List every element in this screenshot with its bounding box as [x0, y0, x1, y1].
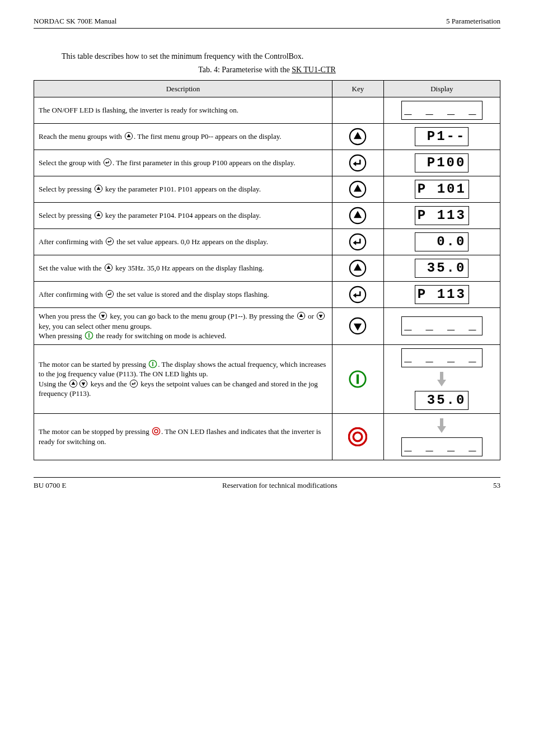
- enter-icon: [103, 158, 112, 167]
- lcd-display: P1--: [415, 127, 469, 146]
- table-row: The motor can be stopped by pressing . T…: [34, 413, 500, 460]
- down-icon: [348, 316, 367, 335]
- down-icon: [79, 379, 88, 388]
- description-cell: The motor can be started by pressing . T…: [34, 344, 332, 413]
- lcd-display: _ _ _ _: [401, 348, 482, 367]
- stop-icon: [348, 427, 367, 446]
- power-icon: [85, 331, 93, 340]
- table-row: The motor can be started by pressing . T…: [34, 344, 500, 413]
- lcd-display: 35.0: [415, 391, 469, 410]
- power-icon: [348, 370, 367, 389]
- th-display: Display: [383, 80, 500, 97]
- footer-rule: [34, 477, 500, 478]
- key-cell: [332, 282, 384, 308]
- key-cell: [332, 150, 384, 176]
- lcd-display: _ _ _ _: [401, 316, 482, 335]
- display-cell: _ _ _ _: [383, 308, 500, 345]
- description-cell: When you press the key, you can go back …: [34, 308, 332, 345]
- display-cell: P 113: [383, 282, 500, 308]
- stop-icon: [152, 427, 161, 436]
- description-cell: The motor can be stopped by pressing . T…: [34, 413, 332, 460]
- description-cell: Reach the menu groups with . The first m…: [34, 124, 332, 150]
- display-cell: _ _ _ _35.0: [383, 344, 500, 413]
- lcd-display: P 113: [415, 206, 469, 225]
- display-cell: P 101: [383, 176, 500, 203]
- key-cell: [332, 308, 384, 345]
- up-icon: [124, 132, 133, 141]
- table-row: When you press the key, you can go back …: [34, 308, 500, 345]
- enter-icon: [105, 237, 114, 246]
- th-key: Key: [332, 80, 384, 97]
- th-description: Description: [34, 80, 332, 97]
- key-cell: [332, 344, 384, 413]
- enter-icon: [105, 290, 114, 298]
- up-icon: [104, 263, 113, 272]
- lcd-display: _ _ _ _: [401, 437, 482, 456]
- table-row: Select by pressing key the parameter P10…: [34, 176, 500, 203]
- pre-caption: This table describes how to set the mini…: [62, 51, 472, 62]
- description-cell: Select by pressing key the parameter P10…: [34, 176, 332, 203]
- up-icon: [348, 259, 367, 278]
- up-icon: [94, 184, 103, 193]
- display-cell: _ _ _ _: [383, 413, 500, 460]
- lcd-display: _ _ _ _: [401, 101, 482, 120]
- display-cell: 35.0: [383, 255, 500, 282]
- procedure-table: Description Key Display The ON/OFF LED i…: [34, 80, 500, 460]
- key-cell: [332, 97, 384, 124]
- table-row: The ON/OFF LED is flashing, the inverter…: [34, 97, 500, 124]
- footer-right: 53: [493, 481, 500, 490]
- enter-icon: [348, 285, 367, 304]
- table-caption: Tab. 4: Parameterise with the SK TU1-CTR: [34, 66, 500, 74]
- footer-center: Reservation for technical modifications: [222, 481, 337, 490]
- up-icon: [94, 211, 103, 220]
- enter-icon: [348, 232, 367, 251]
- description-cell: After confirming with the set value is s…: [34, 282, 332, 308]
- lcd-display: P 101: [415, 180, 469, 199]
- lcd-display: 35.0: [415, 259, 469, 278]
- up-icon: [297, 311, 306, 320]
- enter-icon: [348, 153, 367, 172]
- display-cell: 0.0: [383, 229, 500, 255]
- arrow-down-icon: [435, 371, 448, 388]
- key-cell: [332, 255, 384, 282]
- down-icon: [99, 311, 107, 320]
- table-row: Reach the menu groups with . The first m…: [34, 124, 500, 150]
- caption-prefix: Tab. 4: Parameterise with the: [198, 66, 292, 74]
- header-right-line1: 5 Parameterisation: [446, 17, 500, 26]
- description-cell: The ON/OFF LED is flashing, the inverter…: [34, 97, 332, 124]
- table-row: Select the group with . The first parame…: [34, 150, 500, 176]
- key-cell: [332, 203, 384, 229]
- down-icon: [316, 311, 325, 320]
- lcd-display: P 113: [415, 285, 469, 304]
- lcd-display: 0.0: [415, 232, 469, 251]
- description-cell: Select the group with . The first parame…: [34, 150, 332, 176]
- table-row: Set the value with the key 35Hz. 35,0 Hz…: [34, 255, 500, 282]
- table-row: After confirming with the set value is s…: [34, 282, 500, 308]
- lcd-display: P100: [415, 153, 469, 172]
- key-cell: [332, 124, 384, 150]
- display-cell: P 113: [383, 203, 500, 229]
- up-icon: [348, 206, 367, 225]
- table-row: Select by pressing key the parameter P10…: [34, 203, 500, 229]
- display-cell: P1--: [383, 124, 500, 150]
- header-rule: [34, 28, 500, 29]
- up-icon: [348, 180, 367, 199]
- description-cell: Set the value with the key 35Hz. 35,0 Hz…: [34, 255, 332, 282]
- power-icon: [148, 360, 157, 368]
- description-cell: After confirming with the set value appe…: [34, 229, 332, 255]
- description-cell: Select by pressing key the parameter P10…: [34, 203, 332, 229]
- display-cell: _ _ _ _: [383, 97, 500, 124]
- key-cell: [332, 176, 384, 203]
- enter-icon: [129, 379, 138, 388]
- key-cell: [332, 413, 384, 460]
- display-cell: P100: [383, 150, 500, 176]
- header-left: NORDAC SK 700E Manual: [34, 17, 116, 26]
- up-icon: [69, 379, 78, 388]
- key-cell: [332, 229, 384, 255]
- up-icon: [348, 127, 367, 146]
- table-row: After confirming with the set value appe…: [34, 229, 500, 255]
- caption-model: SK TU1-CTR: [292, 66, 336, 74]
- arrow-down-icon: [435, 417, 448, 434]
- footer-left: BU 0700 E: [34, 481, 67, 490]
